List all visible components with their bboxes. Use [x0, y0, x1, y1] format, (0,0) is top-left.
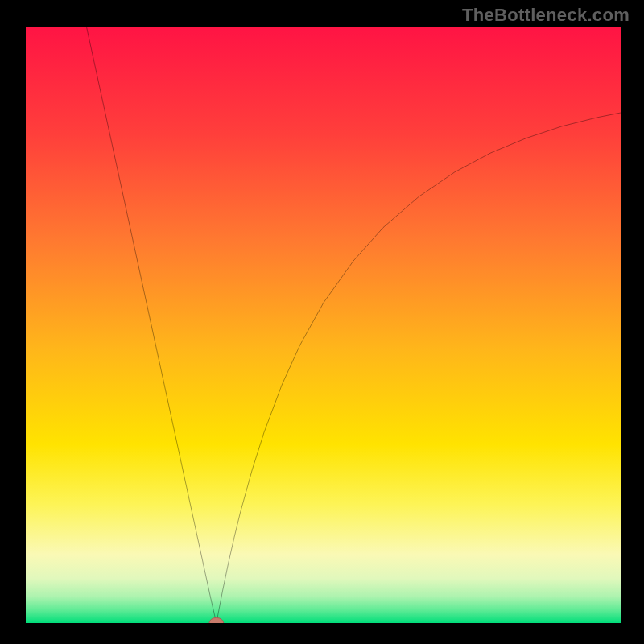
gradient-background [26, 27, 621, 623]
watermark-label: TheBottleneck.com [462, 5, 630, 26]
bottleneck-chart [26, 27, 621, 623]
chart-frame: TheBottleneck.com [0, 0, 644, 644]
